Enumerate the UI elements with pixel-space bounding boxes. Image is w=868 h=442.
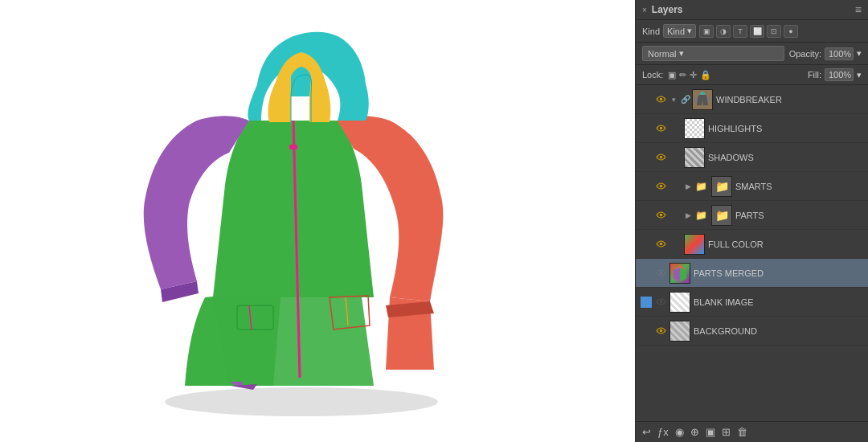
group-layers-icon[interactable]: ▣ <box>706 426 715 438</box>
filter-shape-icon[interactable]: ⬜ <box>750 25 764 38</box>
lock-position-icon[interactable]: ✏ <box>679 70 686 80</box>
layer-name-shadows: SHADOWS <box>708 153 863 162</box>
filter-smart-icon[interactable]: ⊡ <box>767 25 781 38</box>
opacity-arrow[interactable]: ▾ <box>857 48 862 59</box>
layer-name-fullcolor: FULL COLOR <box>708 239 863 249</box>
lock-bar: Lock: ▣ ✏ ✛ 🔒 Fill: 100% ▾ <box>636 65 868 85</box>
layer-item-partsmerged[interactable]: PARTS MERGED <box>636 259 868 288</box>
svg-point-0 <box>165 387 438 416</box>
layer-eye-partsmerged[interactable] <box>655 268 666 279</box>
layer-thumb-windbreaker <box>692 89 713 110</box>
layer-thumb-blankimage <box>669 292 690 313</box>
blend-mode-dropdown[interactable]: Normal ▾ <box>642 46 784 61</box>
blend-bar: Normal ▾ Opacity: 100% ▾ <box>636 43 868 65</box>
panel-title: Layers <box>652 4 683 15</box>
jacket-image <box>92 16 542 426</box>
layer-checkbox-shadows[interactable] <box>641 152 652 163</box>
layer-name-partsmerged: PARTS MERGED <box>694 268 863 278</box>
layer-expand-smarts[interactable]: ▶ <box>684 182 692 190</box>
panel-close-icon[interactable]: × <box>642 6 647 14</box>
layer-eye-smarts[interactable] <box>655 181 666 192</box>
kind-dropdown[interactable]: Kind ▾ <box>663 24 696 38</box>
opacity-label: Opacity: <box>789 49 821 59</box>
panel-header: × Layers ≡ <box>636 0 868 20</box>
fx-icon[interactable]: ƒx <box>657 426 669 438</box>
layer-name-background: BACKGROUND <box>694 326 863 336</box>
svg-point-16 <box>659 243 662 246</box>
fill-control: Fill: 100% ▾ <box>808 68 862 81</box>
layer-item-background[interactable]: BACKGROUND <box>636 317 868 346</box>
layer-checkbox-highlights[interactable] <box>641 123 652 134</box>
layer-thumb-fullcolor <box>684 234 705 255</box>
fill-label: Fill: <box>808 70 821 80</box>
layer-checkbox-windbreaker[interactable] <box>641 94 652 105</box>
panel-bottom-toolbar: ↩ ƒx ◉ ⊕ ▣ ⊞ 🗑 <box>636 421 868 442</box>
filter-pixel-icon[interactable]: ▣ <box>699 25 714 38</box>
folder-icon-smarts: 📁 <box>695 181 706 192</box>
filter-label: Kind <box>642 27 660 36</box>
layer-name-highlights: HIGHLIGHTS <box>708 124 863 133</box>
fill-value[interactable]: 100% <box>825 68 854 81</box>
layer-eye-blankimage[interactable] <box>655 297 666 308</box>
layer-eye-background[interactable] <box>655 325 666 337</box>
lock-all-icon[interactable]: 🔒 <box>700 70 711 80</box>
filter-adjust-icon[interactable]: ◑ <box>716 25 731 38</box>
link-layers-icon[interactable]: ↩ <box>642 426 651 438</box>
filter-type-icon[interactable]: T <box>733 25 747 38</box>
layer-eye-parts[interactable] <box>655 210 666 221</box>
layer-thumb-parts: 📁 <box>711 205 732 226</box>
layer-checkbox-parts[interactable] <box>641 210 652 221</box>
svg-rect-8 <box>685 119 704 138</box>
layer-thumb-highlights <box>684 118 705 139</box>
lock-artboard-icon[interactable]: ✛ <box>690 70 697 80</box>
layer-name-smarts: SMARTS <box>735 182 863 191</box>
layer-thumb-background <box>669 321 690 342</box>
layer-item-shadows[interactable]: SHADOWS <box>636 143 868 172</box>
layer-item-windbreaker[interactable]: ▾🔗WINDBREAKER <box>636 85 868 114</box>
svg-point-6 <box>659 98 662 101</box>
blend-mode-label: Normal <box>648 49 676 59</box>
layers-panel: × Layers ≡ Kind Kind ▾ ▣ ◑ T ⬜ ⊡ ● Norma… <box>635 0 868 442</box>
filter-toggle[interactable]: ● <box>784 25 798 38</box>
layer-checkbox-smarts[interactable] <box>641 181 652 192</box>
bottom-icons-group: ↩ ƒx ◉ ⊕ ▣ ⊞ 🗑 <box>642 426 747 438</box>
svg-point-18 <box>659 301 662 304</box>
opacity-value[interactable]: 100% <box>825 47 854 60</box>
layer-expand-windbreaker[interactable]: ▾ <box>669 96 678 104</box>
layer-thumb-shadows <box>684 147 705 168</box>
layer-item-fullcolor[interactable]: FULL COLOR <box>636 230 868 259</box>
svg-point-14 <box>659 185 662 188</box>
new-layer-icon[interactable]: ⊞ <box>722 426 731 438</box>
layer-name-windbreaker: WINDBREAKER <box>716 95 863 104</box>
layer-expand-parts[interactable]: ▶ <box>684 211 692 219</box>
layer-checkbox-fullcolor[interactable] <box>641 239 652 250</box>
layer-checkbox-background[interactable] <box>641 325 652 337</box>
layer-item-highlights[interactable]: HIGHLIGHTS <box>636 114 868 143</box>
fill-arrow[interactable]: ▾ <box>857 70 862 80</box>
layer-eye-windbreaker[interactable] <box>655 94 666 105</box>
adjustment-layer-icon[interactable]: ⊕ <box>690 426 699 438</box>
lock-pixels-icon[interactable]: ▣ <box>668 70 676 80</box>
layer-checkbox-partsmerged[interactable] <box>641 268 652 279</box>
svg-rect-2 <box>289 145 297 149</box>
layer-item-parts[interactable]: ▶📁📁PARTS <box>636 201 868 230</box>
layer-eye-shadows[interactable] <box>655 152 666 163</box>
add-mask-icon[interactable]: ◉ <box>675 426 684 438</box>
layers-list: ▾🔗WINDBREAKERHIGHLIGHTSSHADOWS▶📁📁SMARTS▶… <box>636 85 868 421</box>
layer-chain-windbreaker[interactable]: 🔗 <box>681 95 689 104</box>
layer-item-blankimage[interactable]: BLANK IMAGE <box>636 288 868 317</box>
lock-label: Lock: <box>642 70 663 80</box>
layer-eye-fullcolor[interactable] <box>655 239 666 250</box>
layer-checkbox-blankimage[interactable] <box>641 297 652 308</box>
filter-bar: Kind Kind ▾ ▣ ◑ T ⬜ ⊡ ● <box>636 20 868 43</box>
panel-menu-icon[interactable]: ≡ <box>855 3 862 16</box>
svg-point-7 <box>659 127 662 130</box>
lock-icons-group: ▣ ✏ ✛ 🔒 <box>668 70 711 80</box>
filter-icon-group: ▣ ◑ T ⬜ ⊡ ● <box>699 25 798 38</box>
folder-icon-parts: 📁 <box>695 210 706 221</box>
layer-thumb-partsmerged <box>669 263 690 284</box>
delete-layer-icon[interactable]: 🗑 <box>737 426 747 438</box>
layer-item-smarts[interactable]: ▶📁📁SMARTS <box>636 172 868 201</box>
layer-name-blankimage: BLANK IMAGE <box>694 297 863 307</box>
layer-eye-highlights[interactable] <box>655 123 666 134</box>
